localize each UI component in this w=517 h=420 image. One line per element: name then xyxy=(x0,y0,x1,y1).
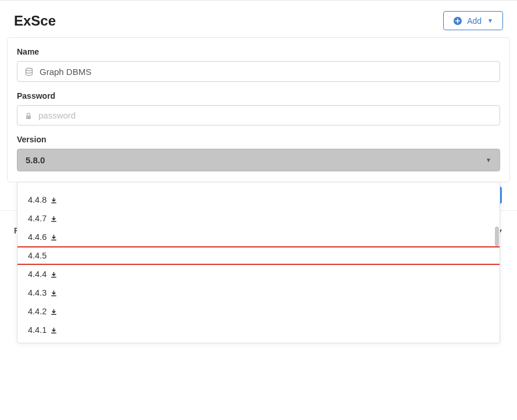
version-option[interactable]: 4.4.2 xyxy=(17,302,500,321)
version-option[interactable]: 4.4.5 xyxy=(17,246,500,265)
download-icon xyxy=(50,325,58,335)
add-button[interactable]: Add ▼ xyxy=(443,11,503,30)
download-icon xyxy=(50,270,58,279)
version-option[interactable]: 4.4.3 xyxy=(17,283,500,302)
plus-circle-icon xyxy=(453,16,462,26)
project-title: ExSce xyxy=(14,13,56,29)
version-select[interactable]: 5.8.0 ▼ xyxy=(17,149,500,171)
create-dbms-form: Name Password Version 5.8.0 ▼ 4.4.84.4.7… xyxy=(7,37,510,182)
name-field[interactable] xyxy=(17,61,500,82)
version-option-label: 4.4.3 xyxy=(28,288,47,297)
version-option[interactable]: 4.4.4 xyxy=(17,265,500,283)
name-label: Name xyxy=(17,47,500,56)
version-selected-value: 5.8.0 xyxy=(26,155,45,165)
svg-point-1 xyxy=(26,69,33,71)
chevron-down-icon: ▼ xyxy=(487,17,493,24)
version-option-label: 4.4.8 xyxy=(28,195,47,204)
version-option[interactable]: 4.4.8 xyxy=(17,191,500,209)
database-icon xyxy=(24,66,34,77)
version-option-label: 4.4.5 xyxy=(28,251,47,260)
version-option[interactable]: 4.4.6 xyxy=(17,228,500,246)
version-dropdown: 4.4.84.4.74.4.64.4.54.4.44.4.34.4.24.4.1 xyxy=(17,182,500,343)
download-icon xyxy=(50,214,58,223)
version-option-label: 4.4.2 xyxy=(28,307,47,316)
page-header: ExSce Add ▼ xyxy=(0,1,517,37)
download-icon xyxy=(50,288,58,297)
version-option-label: 4.4.6 xyxy=(28,232,47,242)
add-button-label: Add xyxy=(467,16,482,26)
download-icon xyxy=(50,195,58,204)
download-icon xyxy=(50,232,58,242)
scrollbar-thumb[interactable] xyxy=(495,227,499,246)
version-label: Version xyxy=(17,135,500,144)
svg-rect-2 xyxy=(26,116,31,119)
chevron-down-icon: ▼ xyxy=(486,157,491,163)
version-option[interactable]: 4.4.1 xyxy=(17,321,500,339)
name-input[interactable] xyxy=(40,67,493,77)
lock-icon xyxy=(24,110,33,120)
password-field[interactable] xyxy=(17,105,500,125)
version-option-label: 4.4.4 xyxy=(28,270,47,279)
version-option[interactable]: 4.4.7 xyxy=(17,209,500,228)
version-option-label: 4.4.7 xyxy=(28,214,47,223)
password-input[interactable] xyxy=(38,110,493,120)
password-label: Password xyxy=(17,91,500,100)
version-option-label: 4.4.1 xyxy=(28,325,47,335)
download-icon xyxy=(50,307,58,316)
